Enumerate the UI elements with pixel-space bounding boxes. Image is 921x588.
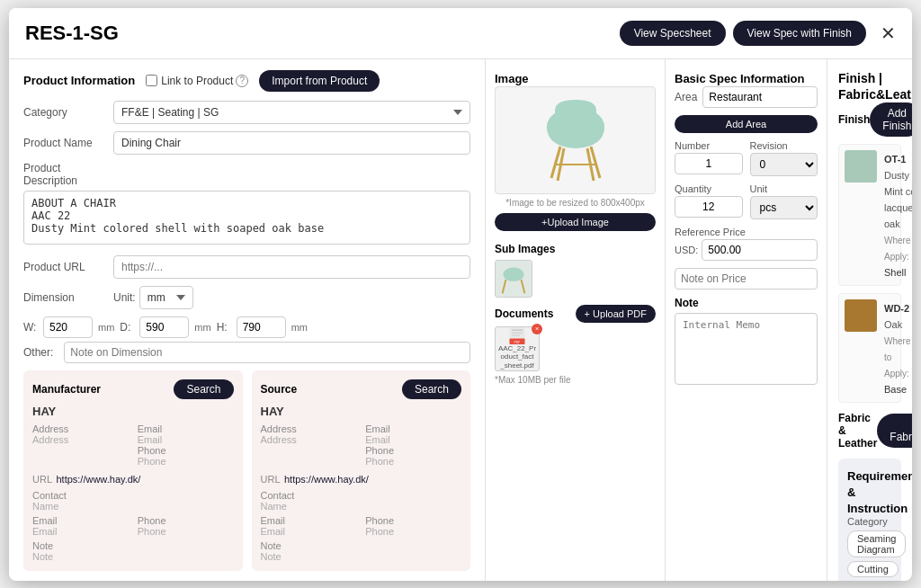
source-search-button[interactable]: Search [402,379,461,399]
source-name: HAY [261,405,462,418]
modal-body: Product Information Link to Product ? Im… [9,59,912,581]
help-icon[interactable]: ? [236,75,248,87]
finish-info-1: OT-1 Dusty Mint color lacquered oak Wher… [884,150,912,280]
tag-seaming[interactable]: Seaming Diagram [847,530,906,557]
area-row: Area Restaurant [675,86,818,108]
source-address-label: Address [261,423,357,434]
revision-select[interactable]: 0 [750,153,818,176]
width-input[interactable] [43,316,93,338]
mfr-phone-value: Phone [138,456,234,467]
mfr-email-label: Email [138,423,234,434]
w-unit: mm [98,322,114,333]
close-button[interactable]: ✕ [881,22,896,44]
mfr-contact-value: Name [32,501,234,512]
dimension-inputs: W: mm D: mm H: mm [23,316,470,338]
other-dim-input[interactable] [64,342,470,363]
import-from-product-button[interactable]: Import from Product [259,70,380,92]
url-input[interactable] [113,255,470,279]
unit-select[interactable]: mm [139,286,193,309]
finish-item-1: OT-1 Dusty Mint color lacquered oak Wher… [838,144,901,286]
link-product-checkbox[interactable] [146,75,157,86]
finish-apply-section-2: Where to Apply: Base [884,332,910,396]
product-info-title: Product Information [23,74,135,87]
mfr-search-button[interactable]: Search [174,379,233,399]
note-textarea[interactable] [675,313,818,385]
source-url-label: URL [261,474,281,485]
source-url-link[interactable]: https://www.hay.dk/ [284,474,369,485]
product-desc-input[interactable]: ABOUT A CHAIR AAC 22 Dusty Mint colored … [23,191,470,245]
upload-image-button[interactable]: +Upload Image [495,213,656,231]
mfr-url-link[interactable]: https://www.hay.dk/ [56,474,140,485]
link-product-label[interactable]: Link to Product ? [146,75,248,87]
finish-code-1: OT-1 [884,154,906,165]
requirement-title: Requirement & Instruction [847,469,912,515]
depth-input[interactable] [139,316,189,338]
finish-header: Finish Add Finish [838,102,901,137]
height-input[interactable] [237,316,286,338]
source-phone2-value: Phone [365,526,461,537]
requirement-section: Requirement & Instruction Category Seami… [838,459,901,581]
mfr-email2-label: Email [32,515,129,526]
finish-label: Finish [838,113,870,126]
area-select[interactable]: Restaurant [702,86,818,108]
svg-rect-11 [512,329,523,331]
source-email-value: Email [365,434,461,445]
mfr-email-value: Email [138,434,234,445]
fabric-label: Fabric & Leather [838,412,877,450]
dimension-label: Dimension [23,291,113,304]
number-input[interactable] [675,153,743,174]
finish-name-2: Oak [884,319,902,330]
mfr-phone2-value: Phone [138,526,234,537]
dimension-header-row: Dimension Unit: mm [23,286,470,309]
quantity-input[interactable] [675,196,743,218]
mfr-title: Manufacturer [32,383,101,396]
source-address-value: Address [261,434,357,445]
category-select[interactable]: FF&E | Seating | SG [113,101,470,124]
sub-images-title: Sub Images [495,243,555,255]
source-note-label: Note [261,540,462,551]
mfr-note-label: Note [32,540,234,551]
spec-panel: Basic Spec Information Area Restaurant A… [666,59,827,581]
product-name-input[interactable] [113,131,470,155]
fabric-header: Fabric & Leather Add Fabric&Leather [838,412,901,450]
finish-section-title: Finish | Fabric&Leather [838,71,912,102]
doc-thumb-1: × PDF AAC_22_Product_fact_sheet.pdf [495,326,540,371]
other-dim-row: Other: [23,342,470,363]
unit-spec-select[interactable]: pcs [750,196,818,219]
doc-filename: AAC_22_Product_fact_sheet.pdf [498,344,536,370]
svg-text:PDF: PDF [514,340,521,343]
doc-header: Documents + Upload PDF [495,305,656,323]
category-row: Category FF&E | Seating | SG [23,101,470,124]
documents-section: Documents + Upload PDF × PDF [495,305,656,385]
tag-cutting[interactable]: Cutting [847,561,899,577]
source-block: Source Search HAY Address Address Email … [252,370,471,571]
d-unit: mm [194,322,210,333]
url-row: Product URL [23,255,470,279]
doc-x-icon[interactable]: × [532,324,542,334]
mfr-url-field: URL https://www.hay.dk/ [32,470,234,486]
mfr-address-value: Address [32,434,129,445]
price-note-input[interactable] [675,268,818,290]
source-title: Source [261,383,298,396]
ref-price-section: Reference Price USD: [675,227,818,261]
qty-unit-row: Quantity Unit pcs [675,183,818,219]
finish-item-2: WD-2 Oak Where to Apply: Base 🗑 [838,293,901,403]
add-fabric-button[interactable]: Add Fabric&Leather [877,414,912,448]
mid-panel: Image [486,59,666,581]
usd-label: USD: [675,245,698,255]
add-finish-button[interactable]: Add Finish [870,102,912,137]
add-area-button[interactable]: Add Area [675,115,818,133]
note-section: Note [675,297,818,388]
view-spec-finish-button[interactable]: View Spec with Finish [733,21,867,46]
other-label: Other: [23,346,53,359]
finish-apply-val-2: Base [884,384,907,395]
price-input[interactable] [702,239,818,261]
upload-pdf-button[interactable]: + Upload PDF [576,305,656,323]
source-phone-label: Phone [365,445,461,456]
source-phone2-label: Phone [365,515,461,526]
view-specsheet-button[interactable]: View Specsheet [620,21,726,46]
mfr-address-label: Address [32,423,129,434]
w-label: W: [23,321,38,334]
unit-label: Unit: [113,291,136,304]
ref-price-label: Reference Price [675,227,818,237]
